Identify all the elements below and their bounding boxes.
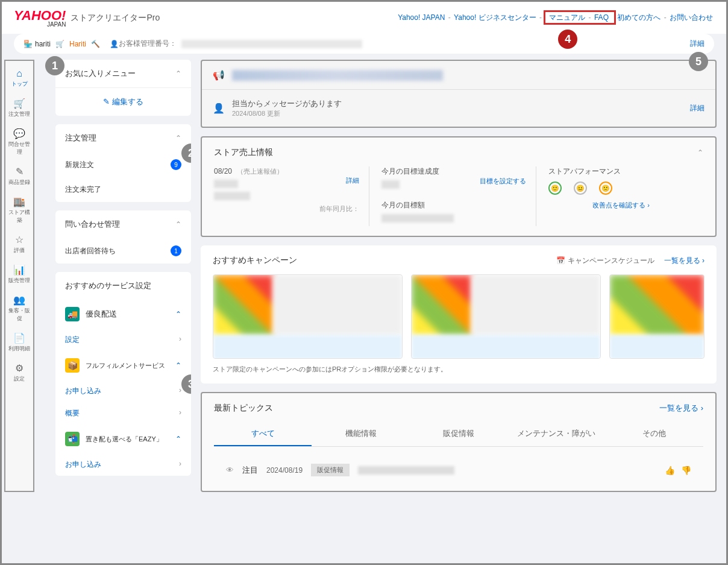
message-title: 担当からメッセージがあります (232, 98, 342, 109)
notice-blurred (232, 70, 443, 81)
link-first-time[interactable]: 初めての方へ (617, 13, 661, 22)
topics-all-link[interactable]: 一覧を見る › (659, 403, 703, 414)
main-content: 📢 👤 担当からメッセージがあります 2024/08/08 更新 詳細 ストア売… (201, 60, 717, 492)
new-orders-item[interactable]: 新規注文9 (55, 152, 191, 177)
marker-4: 4 (558, 30, 577, 49)
incomplete-orders-item[interactable]: 注文未完了 (55, 177, 191, 202)
marker-5: 5 (689, 52, 708, 71)
chevron-up-icon: ⌃ (175, 435, 181, 443)
campaign-schedule-link[interactable]: 📅 キャンペーンスケジュール (556, 256, 654, 266)
face-neutral-icon: 😐 (574, 181, 587, 195)
header: YAHOO! JAPAN ストアクリエイターPro Yahoo! JAPAN -… (2, 2, 726, 34)
customer-label: お客様管理番号： (119, 39, 177, 49)
link-contact[interactable]: お問い合わせ (670, 13, 713, 22)
nav-sales[interactable]: 📊販売管理 (5, 259, 33, 289)
customer-number-blurred (181, 40, 362, 48)
tab-other[interactable]: その他 (606, 422, 703, 446)
logo[interactable]: YAHOO! JAPAN (14, 8, 66, 28)
campaign-title: おすすめキャンペーン (213, 255, 297, 266)
face-good-icon: 🙂 (548, 181, 562, 195)
services-header[interactable]: おすすめのサービス設定 (55, 272, 191, 300)
link-yahoo-japan[interactable]: Yahoo! JAPAN (398, 13, 445, 22)
notice-box: 📢 👤 担当からメッセージがあります 2024/08/08 更新 詳細 (201, 60, 717, 128)
store-name-2[interactable]: Hariti (69, 40, 86, 48)
topics-title: 最新トピックス (214, 403, 273, 414)
topic-title-blurred (358, 466, 454, 475)
campaign-all-link[interactable]: 一覧を見る › (664, 256, 704, 266)
service-eazy-apply[interactable]: お申し込み› (55, 453, 191, 476)
edit-favorite-link[interactable]: ✎ 編集する (55, 87, 191, 116)
link-manual[interactable]: マニュアル (549, 13, 585, 22)
campaign-note: ストア限定のキャンペーンへの参加にはPRオプション権限が必要となります。 (213, 365, 704, 374)
person-icon: 👤 (213, 103, 225, 114)
message-date: 2024/08/08 更新 (232, 109, 342, 118)
chevron-up-icon: ⌃ (175, 134, 181, 142)
store-name-1[interactable]: hariti (35, 40, 51, 48)
service-eazy[interactable]: 📬置き配も選べる「EAZY」⌃ (55, 425, 191, 453)
marker-1: 1 (45, 56, 64, 75)
campaign-card[interactable] (411, 274, 601, 359)
tab-all[interactable]: すべて (214, 422, 312, 446)
link-business-center[interactable]: Yahoo! ビジネスセンター (454, 13, 536, 22)
sales-date: 08/20 (214, 167, 232, 175)
gavel-icon[interactable]: 🔨 (91, 40, 100, 48)
chevron-up-icon: ⌃ (175, 361, 181, 370)
inquiry-header[interactable]: 問い合わせ管理⌃ (55, 210, 191, 238)
topic-tabs: すべて 機能情報 販促情報 メンテナンス・障がい その他 (214, 422, 703, 447)
sales-detail-link[interactable]: 詳細 (346, 176, 359, 185)
service-delivery[interactable]: 🚚優良配送⌃ (55, 300, 191, 329)
package-icon: 📬 (65, 432, 80, 446)
icon-sidebar: ⌂トップ 🛒注文管理 💬問合せ管理 ✎商品登録 🏬ストア構築 ☆評価 📊販売管理… (4, 60, 34, 492)
campaign-card[interactable] (609, 274, 704, 359)
nav-store-build[interactable]: 🏬ストア構築 (5, 191, 33, 229)
sales-title: ストア売上情報 (214, 147, 273, 158)
tab-maintenance[interactable]: メンテナンス・障がい (507, 422, 605, 446)
improve-link[interactable]: 改善点を確認する › (548, 201, 694, 210)
badge-count: 9 (171, 159, 181, 170)
chevron-up-icon[interactable]: ⌃ (697, 148, 703, 157)
subheader: 🏪 hariti 🛒 Hariti 🔨 👤 お客様管理番号： 詳細 5 (14, 34, 714, 54)
nav-product[interactable]: ✎商品登録 (5, 161, 33, 191)
calendar-icon: 📅 (556, 256, 567, 265)
cart-icon: 🛒 (55, 40, 64, 48)
link-faq[interactable]: FAQ (594, 13, 609, 22)
truck-icon: 🚚 (65, 307, 80, 321)
tab-feature[interactable]: 機能情報 (312, 422, 409, 446)
service-delivery-setting[interactable]: 設定› (55, 329, 191, 351)
box-icon: 📦 (65, 358, 80, 373)
orders-header[interactable]: 注文管理⌃ (55, 124, 191, 152)
service-fulfillment-apply[interactable]: お申し込み› (55, 380, 191, 402)
campaign-card[interactable] (213, 274, 403, 359)
nav-marketing[interactable]: 👥集客・販促 (5, 289, 33, 327)
topic-date: 2024/08/19 (266, 466, 303, 475)
topic-row[interactable]: 👁 注目 2024/08/19 販促情報 👍 👎 (214, 459, 703, 481)
awaiting-reply-item[interactable]: 出店者回答待ち1 (55, 238, 191, 264)
notice-detail-link[interactable]: 詳細 (690, 103, 704, 113)
top-links: Yahoo! JAPAN - Yahoo! ビジネスセンター - マニュアル -… (397, 13, 714, 23)
user-icon: 👤 (110, 40, 119, 48)
attention-label: 注目 (242, 465, 258, 476)
pencil-icon: ✎ (103, 97, 112, 106)
service-fulfillment-overview[interactable]: 概要› (55, 402, 191, 425)
chevron-up-icon: ⌃ (175, 220, 181, 229)
nav-inquiry[interactable]: 💬問合せ管理 (5, 123, 33, 161)
sales-box: ストア売上情報 ⌃ 08/20 （売上速報値） 詳細 前年同月比： 今月の目標達… (201, 136, 717, 237)
set-goal-link[interactable]: 目標を設定する (480, 177, 526, 186)
thumbs-up-icon[interactable]: 👍 (665, 466, 675, 475)
nav-rating[interactable]: ☆評価 (5, 229, 33, 259)
topic-tag: 販促情報 (311, 464, 350, 476)
tab-promo[interactable]: 販促情報 (410, 422, 507, 446)
face-bad-icon: 🙁 (599, 181, 612, 195)
nav-settings[interactable]: ⚙設定 (5, 358, 33, 388)
side-panel: お気に入りメニュー⌃ ✎ 編集する 2 注文管理⌃ 新規注文9 注文未完了 問い… (55, 60, 191, 492)
nav-top[interactable]: ⌂トップ (5, 63, 33, 93)
detail-button[interactable]: 詳細 (690, 39, 704, 49)
eye-icon: 👁 (226, 466, 234, 475)
thumbs-down-icon[interactable]: 👎 (681, 466, 691, 475)
nav-usage[interactable]: 📄利用明細 (5, 327, 33, 358)
chevron-up-icon: ⌃ (175, 310, 181, 318)
favorite-menu-header[interactable]: お気に入りメニュー⌃ (55, 60, 191, 87)
nav-orders[interactable]: 🛒注文管理 (5, 93, 33, 123)
service-fulfillment[interactable]: 📦フルフィルメントサービス⌃ (55, 351, 191, 380)
badge-count: 1 (171, 245, 181, 256)
